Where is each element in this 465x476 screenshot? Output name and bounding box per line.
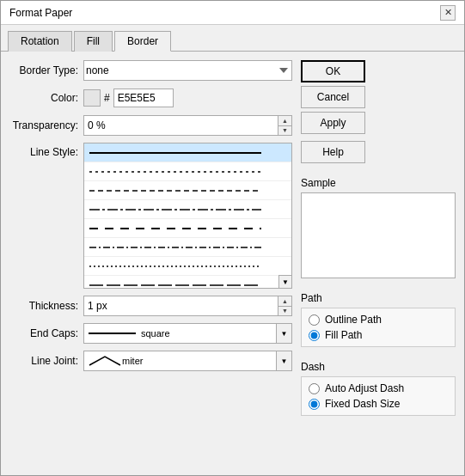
fixed-dash-option[interactable]: Fixed Dash Size [309,398,448,410]
fill-path-radio[interactable] [309,330,320,341]
transparency-label: Transparency: [9,119,78,131]
line-style-medium-dash[interactable] [84,181,291,200]
tab-fill[interactable]: Fill [74,31,113,52]
auto-adjust-dash-option[interactable]: Auto Adjust Dash [309,382,448,394]
line-style-label: Line Style: [9,143,78,158]
close-button[interactable]: ✕ [440,5,456,21]
dash-radio-group: Auto Adjust Dash Fixed Dash Size [301,376,456,416]
line-joint-select-wrapper[interactable]: miter ▼ [83,351,292,371]
path-section: Path Outline Path Fill Path [301,292,456,347]
outline-path-label: Outline Path [325,314,382,326]
line-joint-control: miter ▼ [83,351,292,371]
long-dash-icon [89,279,286,290]
line-style-short-dash[interactable] [84,162,291,181]
thickness-spinner-buttons: ▲ ▼ [278,296,291,315]
line-style-list[interactable] [83,143,292,289]
auto-adjust-dash-label: Auto Adjust Dash [325,382,404,394]
transparency-decrement[interactable]: ▼ [278,126,291,136]
short-dash-icon [89,166,286,178]
line-joint-row: Line Joint: miter ▼ [9,351,292,371]
line-style-dots[interactable] [84,257,291,276]
color-control: # [83,88,174,107]
fill-path-option[interactable]: Fill Path [309,329,448,341]
thickness-label: Thickness: [9,300,78,312]
line-style-wrapper: ▼ [83,143,292,289]
end-caps-select-wrapper[interactable]: square ▼ [83,323,292,344]
help-button[interactable]: Help [301,141,365,163]
transparency-row: Transparency: ▲ ▼ [9,115,292,136]
outline-path-radio[interactable] [309,314,320,326]
border-type-select[interactable]: none thin medium thick [83,60,292,81]
solid-line-icon [89,147,286,159]
long-short-icon [89,204,286,216]
line-style-row: Line Style: [9,143,292,289]
transparency-spinner: ▲ ▼ [83,115,292,136]
auto-adjust-dash-radio[interactable] [309,383,320,394]
transparency-input[interactable] [84,116,278,135]
line-joint-preview: miter [84,355,276,367]
end-caps-line-icon [88,327,139,339]
path-radio-group: Outline Path Fill Path [301,308,456,347]
thickness-control: ▲ ▼ [83,296,292,316]
fill-path-label: Fill Path [325,329,362,341]
line-joint-icon [88,355,122,367]
transparency-control: ▲ ▼ [83,115,292,136]
hash-symbol: # [104,92,110,104]
dots-icon [89,260,286,272]
dash-label: Dash [301,361,456,373]
wide-dash-icon [89,223,286,235]
line-joint-label: Line Joint: [9,355,78,367]
end-caps-label: End Caps: [9,327,78,339]
tab-bar: Rotation Fill Border [1,25,464,52]
cancel-button[interactable]: Cancel [301,86,365,108]
transparency-increment[interactable]: ▲ [278,116,291,126]
button-group: OK Cancel Apply Help [301,60,456,163]
tab-border[interactable]: Border [114,31,171,52]
color-hex-input[interactable] [113,88,174,107]
thickness-input[interactable] [84,296,278,315]
line-joint-value: miter [122,356,143,366]
medium-dash-icon [89,185,286,197]
right-panel: OK Cancel Apply Help Sample Path Outline… [301,60,456,467]
sample-label: Sample [301,177,456,189]
dash-section: Dash Auto Adjust Dash Fixed Dash Size [301,361,456,416]
tab-rotation[interactable]: Rotation [8,31,72,52]
line-style-wide-dash[interactable] [84,219,291,238]
end-caps-arrow[interactable]: ▼ [276,324,291,343]
transparency-spinner-buttons: ▲ ▼ [278,116,291,135]
line-joint-arrow[interactable]: ▼ [276,351,291,370]
outline-path-option[interactable]: Outline Path [309,314,448,326]
dialog-content: Border Type: none thin medium thick Colo… [1,52,464,475]
line-style-solid[interactable] [84,143,291,162]
line-style-long-dash[interactable] [84,276,291,289]
line-style-scroll-down[interactable]: ▼ [278,275,292,289]
fixed-dash-label: Fixed Dash Size [325,398,400,410]
fixed-dash-radio[interactable] [309,399,320,410]
line-style-long-short[interactable] [84,200,291,219]
end-caps-control: square ▼ [83,323,292,344]
dot-dash-icon [89,241,286,253]
line-style-dot-dash[interactable] [84,238,291,257]
end-caps-value: square [141,328,170,339]
apply-button[interactable]: Apply [301,112,365,134]
sample-section: Sample [301,177,456,278]
thickness-decrement[interactable]: ▼ [278,307,291,316]
left-panel: Border Type: none thin medium thick Colo… [9,60,292,467]
dialog-title: Format Paper [9,7,72,19]
end-caps-preview: square [84,327,276,339]
thickness-row: Thickness: ▲ ▼ [9,296,292,316]
thickness-increment[interactable]: ▲ [278,296,291,307]
end-caps-row: End Caps: square ▼ [9,323,292,344]
color-label: Color: [9,92,78,104]
title-bar: Format Paper ✕ [1,1,464,25]
path-label: Path [301,292,456,304]
thickness-spinner: ▲ ▼ [83,296,292,316]
color-swatch[interactable] [83,89,101,107]
border-type-row: Border Type: none thin medium thick [9,60,292,81]
border-type-control: none thin medium thick [83,60,292,81]
border-type-label: Border Type: [9,64,78,76]
ok-button[interactable]: OK [301,60,365,82]
format-paper-dialog: Format Paper ✕ Rotation Fill Border Bord… [0,0,465,476]
color-row: Color: # [9,88,292,108]
sample-box [301,192,456,278]
